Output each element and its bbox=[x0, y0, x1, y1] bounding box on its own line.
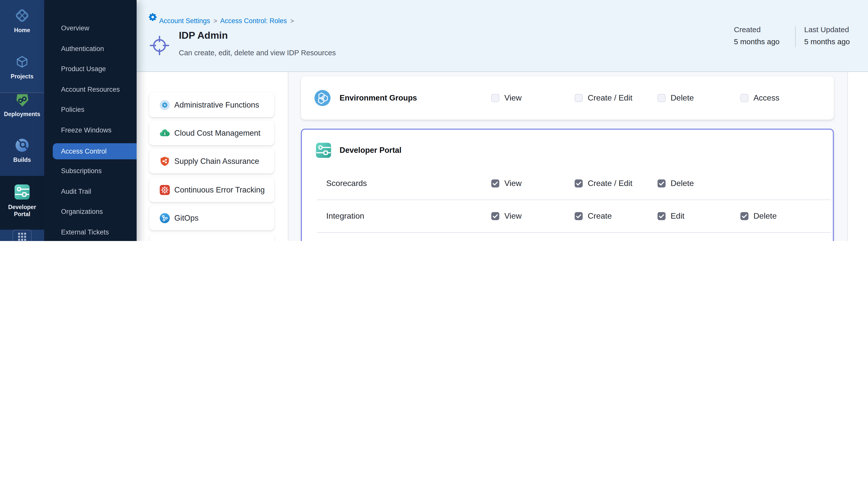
svg-text:$: $ bbox=[163, 131, 165, 135]
